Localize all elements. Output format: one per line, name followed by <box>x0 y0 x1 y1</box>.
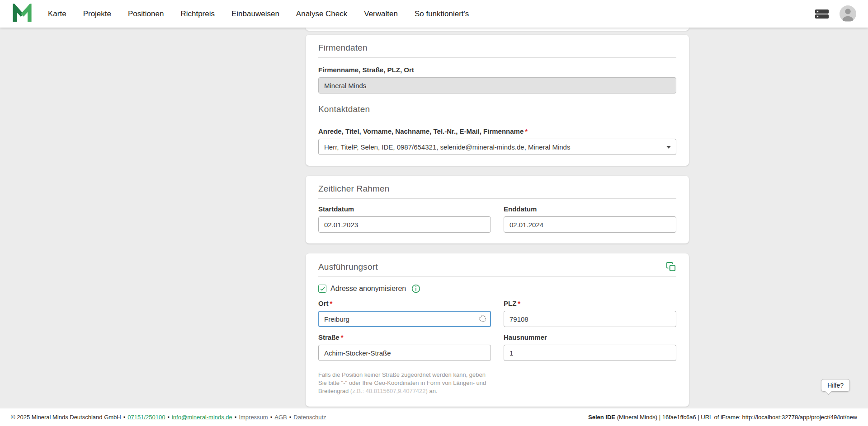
ort-label: Ort* <box>318 300 491 307</box>
plz-input[interactable] <box>504 311 676 327</box>
chevron-down-icon <box>666 146 671 149</box>
loading-spinner-icon <box>479 315 486 322</box>
required-marker: * <box>525 127 528 135</box>
plz-field: PLZ* <box>504 300 676 327</box>
iframe-url-text: (Mineral Minds) | 16fae1ffc6a6 | URL of … <box>615 414 857 421</box>
ort-input[interactable] <box>318 311 491 327</box>
anonymize-label: Adresse anonymisieren <box>330 285 406 293</box>
plz-label: PLZ* <box>504 300 676 307</box>
footer-left: © 2025 Mineral Minds Deutschland GmbH • … <box>11 414 326 421</box>
hint-example: (z.B.: 48.8115607,9.4077422) <box>350 388 428 394</box>
separator: • <box>289 414 292 421</box>
nav-item-karte[interactable]: Karte <box>48 9 66 19</box>
strasse-label: Straße* <box>318 333 491 341</box>
hint-suffix: an. <box>428 388 438 394</box>
help-button[interactable]: Hilfe? <box>821 379 850 392</box>
firmenname-label: Firmenname, Straße, PLZ, Ort <box>318 66 676 74</box>
nav-item-analyse-check[interactable]: Analyse Check <box>296 9 347 19</box>
main-navigation: Karte Projekte Positionen Richtpreis Ein… <box>48 9 469 19</box>
startdatum-label: Startdatum <box>318 205 491 213</box>
footer-debug-info: Selen IDE (Mineral Minds) | 16fae1ffc6a6… <box>588 414 857 421</box>
ort-label-text: Ort <box>318 300 329 307</box>
separator: • <box>167 414 170 421</box>
firmenname-input[interactable] <box>318 77 676 94</box>
strasse-label-text: Straße <box>318 333 340 341</box>
nav-item-richtpreis[interactable]: Richtpreis <box>180 9 215 19</box>
footer-link-email[interactable]: info@mineral-minds.de <box>172 414 232 421</box>
enddatum-input[interactable] <box>504 216 676 233</box>
server-icon[interactable] <box>814 8 830 20</box>
kontakt-label: Anrede, Titel, Vorname, Nachname, Tel.-N… <box>318 127 676 135</box>
page-content: Firmendaten Firmenname, Straße, PLZ, Ort… <box>0 28 868 408</box>
separator: • <box>235 414 237 421</box>
divider <box>318 119 676 119</box>
ort-field: Ort* <box>318 300 491 327</box>
hausnummer-input[interactable] <box>504 345 676 361</box>
anonymize-checkbox-checked[interactable] <box>318 285 326 293</box>
divider <box>318 198 676 199</box>
copy-icon[interactable] <box>666 262 676 272</box>
nav-item-einbauweisen[interactable]: Einbauweisen <box>231 9 279 19</box>
footer-link-agb[interactable]: AGB <box>274 414 287 421</box>
user-avatar[interactable] <box>840 5 856 22</box>
startdatum-input[interactable] <box>318 216 491 233</box>
check-icon <box>320 286 326 292</box>
zeitlicher-rahmen-card: Zeitlicher Rahmen Startdatum Enddatum <box>306 176 689 243</box>
footer-link-phone[interactable]: 07151/250100 <box>127 414 165 421</box>
plz-label-text: PLZ <box>504 300 516 307</box>
kontaktdaten-title: Kontaktdaten <box>318 104 676 114</box>
ausfuehrungsort-card: Ausführungsort Adresse anonymisieren <box>306 253 689 407</box>
divider <box>318 276 676 277</box>
zeitlicher-rahmen-title: Zeitlicher Rahmen <box>318 184 676 194</box>
previous-card-partial <box>306 28 689 31</box>
enddatum-field: Enddatum <box>504 205 676 233</box>
enddatum-label: Enddatum <box>504 205 676 213</box>
navbar-right-tools <box>814 5 856 22</box>
divider <box>318 57 676 58</box>
hausnummer-field: Hausnummer <box>504 333 676 361</box>
info-icon[interactable] <box>411 284 420 293</box>
strasse-field: Straße* <box>318 333 491 361</box>
nav-item-so-funktionierts[interactable]: So funktioniert's <box>415 9 469 19</box>
required-marker: * <box>330 300 333 307</box>
separator: • <box>123 414 126 421</box>
person-icon <box>840 5 856 22</box>
copyright-text: © 2025 Mineral Minds Deutschland GmbH <box>11 414 121 421</box>
ausfuehrungsort-title: Ausführungsort <box>318 262 378 272</box>
kontakt-select[interactable]: Herr, TitelP, Selen, IDE, 0987/654321, s… <box>318 139 676 155</box>
top-navbar: Karte Projekte Positionen Richtpreis Ein… <box>0 0 868 28</box>
nav-item-positionen[interactable]: Positionen <box>128 9 164 19</box>
footer-link-datenschutz[interactable]: Datenschutz <box>293 414 326 421</box>
startdatum-field: Startdatum <box>318 205 491 233</box>
mineral-minds-logo-icon[interactable] <box>12 4 33 24</box>
required-marker: * <box>518 300 520 307</box>
kontakt-label-text: Anrede, Titel, Vorname, Nachname, Tel.-N… <box>318 127 524 135</box>
footer-link-impressum[interactable]: Impressum <box>239 414 268 421</box>
separator: • <box>270 414 273 421</box>
kontakt-select-value: Herr, TitelP, Selen, IDE, 0987/654321, s… <box>324 143 570 151</box>
firmendaten-title: Firmendaten <box>318 43 676 53</box>
page-footer: © 2025 Mineral Minds Deutschland GmbH • … <box>0 408 868 426</box>
ide-name: Selen IDE <box>588 414 615 421</box>
hausnummer-label: Hausnummer <box>504 333 676 341</box>
strasse-input[interactable] <box>318 345 491 361</box>
firmendaten-card: Firmendaten Firmenname, Straße, PLZ, Ort… <box>306 35 689 166</box>
strasse-hint-text: Falls die Position keiner Straße zugeord… <box>318 371 491 396</box>
nav-item-verwalten[interactable]: Verwalten <box>364 9 398 19</box>
required-marker: * <box>341 333 344 341</box>
nav-item-projekte[interactable]: Projekte <box>83 9 111 19</box>
